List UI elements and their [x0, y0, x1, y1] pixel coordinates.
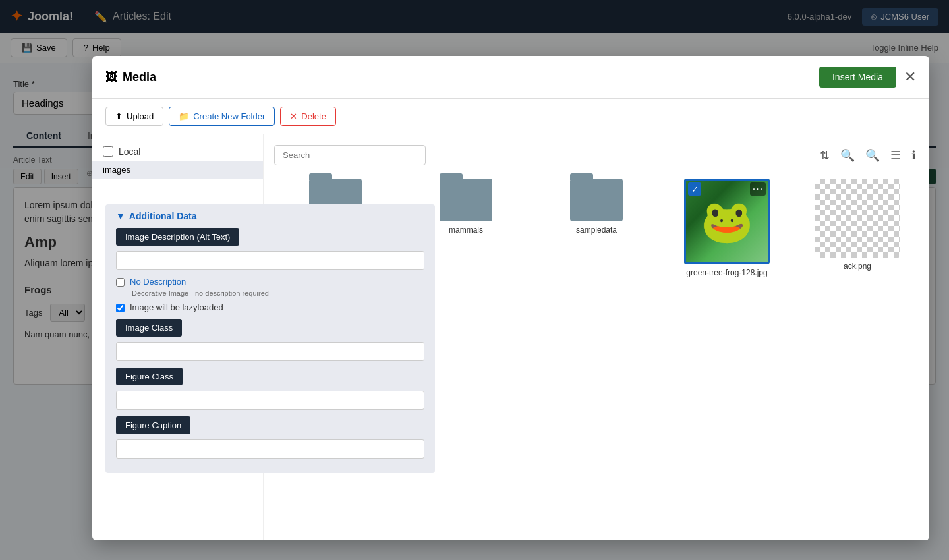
chevron-down-icon: ▼: [116, 211, 125, 221]
delete-button[interactable]: ✕ Delete: [280, 107, 336, 126]
folder-icon-btn: 📁: [179, 111, 189, 121]
list-item[interactable]: ack.png: [796, 173, 919, 283]
info-button[interactable]: ℹ: [909, 146, 919, 165]
modal-header: 🖼 Media Insert Media ✕: [92, 56, 929, 99]
no-description-hint: Decorative Image - no description requir…: [132, 289, 424, 297]
additional-data-content: Image Description (Alt Text) No Descript…: [105, 228, 435, 398]
image-class-input[interactable]: [116, 342, 424, 361]
alt-text-input[interactable]: [116, 251, 424, 270]
additional-data-panel: ▼ Additional Data Image Description (Alt…: [105, 204, 435, 398]
close-modal-button[interactable]: ✕: [904, 70, 916, 84]
list-item[interactable]: sampledata: [535, 173, 658, 283]
modal-toolbar: ⬆ Upload 📁 Create New Folder ✕ Delete: [92, 99, 929, 134]
alt-text-label: Image Description (Alt Text): [116, 228, 239, 246]
files-actions: ⇅ 🔍 🔍 ☰ ℹ: [817, 146, 919, 165]
image-class-group: Image Class: [116, 319, 424, 361]
lazyload-checkbox[interactable]: [116, 304, 125, 312]
selected-checkmark: ✓: [688, 182, 701, 196]
figure-class-input[interactable]: [116, 391, 424, 398]
no-description-checkbox[interactable]: [116, 278, 125, 287]
zoom-in-button[interactable]: 🔍: [863, 146, 882, 165]
sidebar-item-images[interactable]: images: [92, 161, 263, 179]
location-label: Local: [119, 146, 140, 157]
no-description-row: No Description: [116, 277, 424, 287]
checker-thumbnail: [815, 179, 900, 258]
image-class-label: Image Class: [116, 319, 182, 337]
upload-button[interactable]: ⬆ Upload: [105, 107, 163, 126]
figure-class-label: Figure Class: [116, 368, 183, 385]
zoom-out-button[interactable]: 🔍: [838, 146, 857, 165]
upload-icon: ⬆: [115, 111, 123, 121]
folder-icon-item: [570, 179, 623, 221]
additional-data-toggle[interactable]: ▼ Additional Data: [105, 204, 435, 228]
figure-class-group: Figure Class: [116, 368, 424, 398]
select-all-checkbox[interactable]: [103, 146, 113, 157]
image-icon: 🖼: [105, 70, 117, 84]
sort-button[interactable]: ⇅: [817, 146, 832, 165]
lazyload-row: Image will be lazyloaded: [116, 302, 424, 312]
more-options-icon[interactable]: ···: [750, 182, 766, 196]
folder-name: mammals: [449, 225, 483, 235]
files-top: ⇅ 🔍 🔍 ☰ ℹ: [274, 145, 919, 165]
insert-media-button[interactable]: Insert Media: [819, 67, 896, 88]
list-view-button[interactable]: ☰: [888, 146, 904, 165]
folder-icon-item: [440, 179, 492, 221]
sidebar-header: Local: [92, 142, 263, 161]
image-name: ack.png: [844, 262, 871, 271]
folder-name: sampledata: [576, 225, 617, 235]
modal-title: 🖼 Media: [105, 70, 156, 84]
list-item[interactable]: 🐸 ✓ ··· green-tree-frog-128.jpg: [666, 173, 788, 283]
lazyload-label: Image will be lazyloaded: [130, 302, 223, 312]
search-input[interactable]: [274, 145, 426, 165]
image-name: green-tree-frog-128.jpg: [686, 268, 767, 277]
no-description-label: No Description: [130, 277, 186, 287]
alt-text-group: Image Description (Alt Text): [116, 228, 424, 270]
delete-icon: ✕: [290, 111, 297, 121]
new-folder-button[interactable]: 📁 Create New Folder: [169, 107, 275, 126]
modal-header-right: Insert Media ✕: [819, 67, 916, 88]
